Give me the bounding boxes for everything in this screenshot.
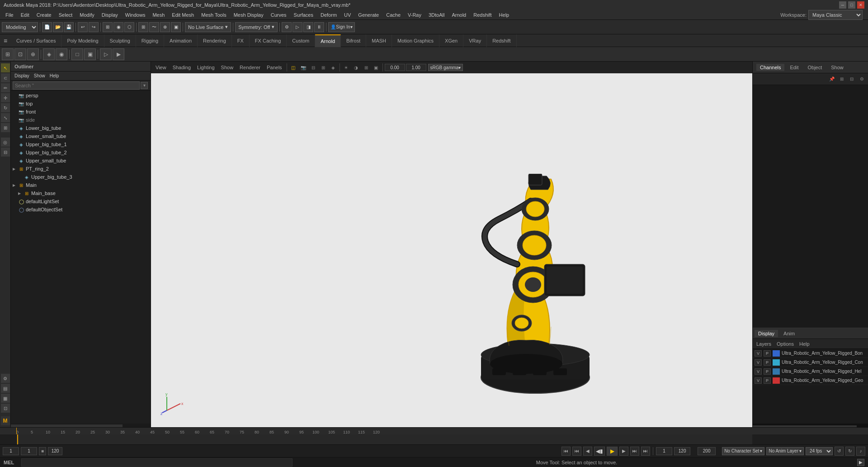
vp-menu-shading[interactable]: Shading	[170, 64, 193, 71]
tab-curves-surfaces[interactable]: Curves / Surfaces	[11, 34, 61, 47]
tab-custom[interactable]: Custom	[287, 34, 315, 47]
vp-menu-view[interactable]: View	[153, 64, 169, 71]
arnold-icon-3[interactable]: ⊕	[27, 48, 39, 60]
vp-menu-lighting[interactable]: Lighting	[194, 64, 217, 71]
loop-btn[interactable]: ↻	[845, 447, 854, 456]
tab-mash[interactable]: MASH	[366, 34, 392, 47]
tab-rigging[interactable]: Rigging	[136, 34, 164, 47]
vp-shadow-btn[interactable]: ◑	[352, 63, 361, 72]
anim-end-field[interactable]	[674, 447, 690, 455]
tab-arnold[interactable]: Arnold	[315, 34, 341, 47]
right-collapse-btn[interactable]: ⊟	[847, 75, 856, 84]
layer-p-btn[interactable]: P	[764, 359, 771, 366]
menu-3dtoall[interactable]: 3DtoAll	[425, 11, 448, 19]
ipr-render-btn[interactable]: ◨	[303, 22, 313, 32]
timeline-track[interactable]	[16, 434, 752, 444]
status-end-btn[interactable]: ▶	[857, 459, 864, 466]
outliner-item-pt-ring-2[interactable]: ▶ ⊞ PT_ring_2	[11, 165, 151, 173]
display-tab[interactable]: Display	[755, 330, 778, 337]
menu-help[interactable]: Help	[495, 11, 513, 19]
vp-wire-btn[interactable]: ⊞	[319, 63, 328, 72]
scale-tool-btn[interactable]: ⤡	[1, 113, 10, 122]
select-by-object-btn[interactable]: ◉	[113, 22, 123, 32]
arnold-icon-2[interactable]: ⊡	[14, 48, 26, 60]
outliner-item-upper-big-tube-2[interactable]: ◈ Upper_big_tube_2	[11, 148, 151, 157]
menu-mesh-display[interactable]: Mesh Display	[230, 11, 267, 19]
tab-fx[interactable]: FX	[232, 34, 250, 47]
outliner-item-main-base[interactable]: ▶ ⊞ Main_base	[11, 189, 151, 197]
start-frame-field[interactable]	[3, 447, 19, 455]
vp-persp-btn[interactable]: ◫	[289, 63, 298, 72]
viewport-canvas[interactable]: x y z	[151, 73, 752, 427]
layer-p-btn[interactable]: P	[764, 350, 771, 357]
no-character-set-dropdown[interactable]: No Character Set ▾	[722, 447, 764, 455]
undo-btn[interactable]: ↩	[78, 22, 88, 32]
render-settings-btn[interactable]: ⚙	[282, 22, 292, 32]
workspace-selector[interactable]: Maya Classic	[808, 10, 863, 20]
layer-vis-btn[interactable]: V	[755, 368, 762, 375]
channel-box-btn[interactable]: ▤	[1, 384, 10, 393]
tabs-hamburger[interactable]: ≡	[0, 34, 11, 47]
play-backward-btn[interactable]: ◀▮	[594, 447, 605, 456]
arnold-icon-6[interactable]: □	[71, 48, 83, 60]
range-end-field[interactable]	[698, 447, 716, 455]
menu-modify[interactable]: Modify	[76, 11, 98, 19]
refresh-btn[interactable]: ↺	[835, 447, 844, 456]
tab-vray[interactable]: VRay	[463, 34, 487, 47]
outliner-item-lower-big-tube[interactable]: ◈ Lower_big_tube	[11, 124, 151, 132]
vp-exposure-field[interactable]	[385, 64, 405, 71]
end-range-field[interactable]	[48, 447, 62, 455]
layers-menu[interactable]: Layers	[755, 341, 773, 347]
layer-item-geo[interactable]: V P Ultra_Robotic_Arm_Yellow_Rigged_Geo	[753, 376, 868, 385]
mode-selector[interactable]: Modeling	[2, 22, 38, 32]
channels-tab[interactable]: Channels	[756, 64, 784, 71]
save-scene-btn[interactable]: 💾	[64, 22, 74, 32]
arnold-icon-5[interactable]: ◉	[56, 48, 67, 60]
select-by-hierarchy-btn[interactable]: ⊞	[103, 22, 113, 32]
arnold-icon-8[interactable]: ▷	[100, 48, 112, 60]
layer-help[interactable]: Help	[797, 341, 811, 347]
menu-uv[interactable]: UV	[340, 11, 354, 19]
vp-gamma-field[interactable]	[406, 64, 426, 71]
menu-generate[interactable]: Generate	[354, 11, 382, 19]
layer-editor-btn[interactable]: ▦	[1, 394, 10, 403]
menu-select[interactable]: Select	[55, 11, 76, 19]
live-surface-dropdown[interactable]: No Live Surface ▾	[185, 22, 231, 32]
open-scene-btn[interactable]: 📂	[53, 22, 63, 32]
right-expand-btn[interactable]: ⊞	[837, 75, 846, 84]
outliner-item-default-object-set[interactable]: ◯ defaultObjectSet	[11, 205, 151, 214]
menu-curves[interactable]: Curves	[267, 11, 290, 19]
step-back-btn[interactable]: ⏮	[572, 447, 581, 456]
go-to-start-btn[interactable]: ⏮	[561, 447, 571, 456]
play-forward-btn[interactable]: ▶	[607, 447, 618, 456]
snap-to-curve-btn[interactable]: 〜	[149, 22, 159, 32]
step-forward-btn[interactable]: ⏭	[630, 447, 639, 456]
vp-light-btn[interactable]: ☀	[342, 63, 351, 72]
no-anim-layer-dropdown[interactable]: No Anim Layer ▾	[766, 447, 804, 455]
outliner-item-main[interactable]: ▶ ⊞ Main	[11, 181, 151, 189]
sign-in-btn[interactable]: 👤 Sign In ▾	[328, 22, 354, 32]
anim-tab[interactable]: Anim	[780, 330, 798, 337]
arnold-icon-4[interactable]: ◈	[43, 48, 55, 60]
minimize-button[interactable]: ─	[839, 1, 846, 9]
tab-motion-graphics[interactable]: Motion Graphics	[392, 34, 439, 47]
next-frame-btn[interactable]: ▶	[619, 447, 628, 456]
vp-menu-panels[interactable]: Panels	[264, 64, 285, 71]
select-tool-btn[interactable]: ↖	[1, 63, 10, 72]
outliner-menu-display[interactable]: Display	[13, 73, 31, 78]
show-tab[interactable]: Show	[827, 64, 847, 71]
move-tool-btn[interactable]: ✛	[1, 93, 10, 102]
layer-p-btn[interactable]: P	[764, 377, 771, 384]
outliner-item-upper-big-tube-3[interactable]: ◈ Upper_big_tube_3	[11, 173, 151, 181]
current-frame-field[interactable]	[21, 447, 37, 455]
tab-redshift[interactable]: Redshift	[487, 34, 516, 47]
tab-fx-caching[interactable]: FX Caching	[250, 34, 287, 47]
outliner-menu-show[interactable]: Show	[32, 73, 47, 78]
layer-vis-btn[interactable]: V	[755, 359, 762, 366]
vp-grid-btn[interactable]: ⊞	[362, 63, 371, 72]
new-scene-btn[interactable]: 📄	[42, 22, 52, 32]
timeline-bar[interactable]	[0, 434, 868, 444]
pause-render-btn[interactable]: ⏸	[314, 22, 324, 32]
vp-smooth-btn[interactable]: ◈	[329, 63, 338, 72]
rotate-tool-btn[interactable]: ↻	[1, 103, 10, 112]
